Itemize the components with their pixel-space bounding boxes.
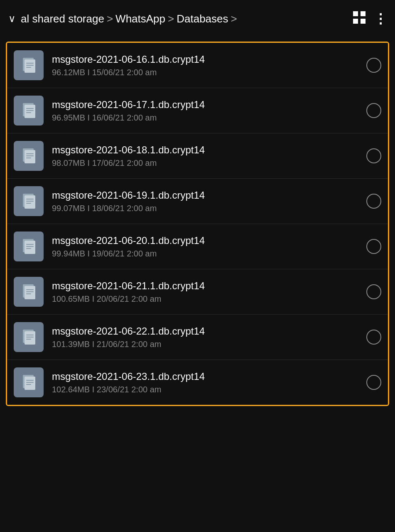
breadcrumb-part3[interactable]: Databases — [177, 12, 228, 25]
file-info: msgstore-2021-06-18.1.db.crypt14 98.07MB… — [52, 144, 361, 168]
svg-rect-20 — [25, 195, 35, 209]
file-name: msgstore-2021-06-16.1.db.crypt14 — [52, 54, 361, 65]
file-select-checkbox[interactable] — [366, 58, 381, 73]
file-select-checkbox[interactable] — [366, 284, 381, 299]
svg-rect-3 — [361, 19, 366, 24]
file-meta: 99.07MB I 18/06/21 2:00 am — [52, 204, 361, 213]
file-name: msgstore-2021-06-19.1.db.crypt14 — [52, 190, 361, 201]
file-name: msgstore-2021-06-17.1.db.crypt14 — [52, 99, 361, 111]
file-select-checkbox[interactable] — [366, 375, 381, 390]
svg-rect-5 — [25, 59, 35, 73]
svg-rect-35 — [25, 331, 35, 345]
list-item[interactable]: msgstore-2021-06-17.1.db.crypt14 96.95MB… — [7, 88, 388, 133]
file-icon-wrapper — [14, 232, 44, 261]
list-item[interactable]: msgstore-2021-06-16.1.db.crypt14 96.12MB… — [7, 43, 388, 88]
file-meta: 96.12MB I 15/06/21 2:00 am — [52, 68, 361, 77]
svg-rect-15 — [25, 150, 35, 163]
file-select-checkbox[interactable] — [366, 239, 381, 254]
file-meta: 99.94MB I 19/06/21 2:00 am — [52, 249, 361, 259]
svg-rect-30 — [25, 286, 35, 299]
file-copy-icon — [20, 101, 37, 120]
file-meta: 102.64MB I 23/06/21 2:00 am — [52, 385, 361, 394]
file-copy-icon — [20, 328, 37, 346]
file-name: msgstore-2021-06-22.1.db.crypt14 — [52, 325, 361, 337]
breadcrumb-sep2: > — [168, 12, 174, 25]
breadcrumb-sep1: > — [107, 12, 113, 25]
file-icon-wrapper — [14, 367, 44, 397]
list-item[interactable]: msgstore-2021-06-20.1.db.crypt14 99.94MB… — [7, 224, 388, 269]
file-meta: 100.65MB I 20/06/21 2:00 am — [52, 294, 361, 304]
list-item[interactable]: msgstore-2021-06-19.1.db.crypt14 99.07MB… — [7, 179, 388, 224]
svg-rect-25 — [25, 241, 35, 254]
file-icon-wrapper — [14, 322, 44, 352]
file-icon-wrapper — [14, 141, 44, 171]
file-info: msgstore-2021-06-20.1.db.crypt14 99.94MB… — [52, 235, 361, 259]
breadcrumb-sep3: > — [231, 12, 237, 25]
file-info: msgstore-2021-06-19.1.db.crypt14 99.07MB… — [52, 190, 361, 213]
file-name: msgstore-2021-06-21.1.db.crypt14 — [52, 280, 361, 292]
svg-rect-2 — [353, 19, 358, 24]
file-copy-icon — [20, 283, 37, 301]
file-icon-wrapper — [14, 186, 44, 216]
list-item[interactable]: msgstore-2021-06-22.1.db.crypt14 101.39M… — [7, 315, 388, 360]
file-icon-wrapper — [14, 277, 44, 307]
file-name: msgstore-2021-06-23.1.db.crypt14 — [52, 371, 361, 382]
file-copy-icon — [20, 147, 37, 165]
list-item[interactable]: msgstore-2021-06-21.1.db.crypt14 100.65M… — [7, 269, 388, 315]
file-icon-wrapper — [14, 96, 44, 126]
svg-rect-10 — [25, 105, 35, 118]
file-info: msgstore-2021-06-17.1.db.crypt14 96.95MB… — [52, 99, 361, 123]
list-item[interactable]: msgstore-2021-06-18.1.db.crypt14 98.07MB… — [7, 133, 388, 179]
breadcrumb-part1[interactable]: al shared storage — [21, 12, 104, 25]
file-name: msgstore-2021-06-18.1.db.crypt14 — [52, 144, 361, 156]
svg-rect-1 — [361, 11, 366, 16]
file-select-checkbox[interactable] — [366, 330, 381, 345]
file-select-checkbox[interactable] — [366, 194, 381, 209]
header-actions: ⋮ — [353, 11, 387, 27]
chevron-down-icon[interactable]: ∨ — [8, 13, 16, 25]
file-info: msgstore-2021-06-16.1.db.crypt14 96.12MB… — [52, 54, 361, 77]
file-copy-icon — [20, 237, 37, 256]
file-copy-icon — [20, 192, 37, 210]
file-copy-icon — [20, 56, 37, 74]
file-select-checkbox[interactable] — [366, 148, 381, 163]
file-copy-icon — [20, 373, 37, 392]
file-icon-wrapper — [14, 50, 44, 80]
file-info: msgstore-2021-06-21.1.db.crypt14 100.65M… — [52, 280, 361, 304]
breadcrumb: al shared storage > WhatsApp > Databases… — [21, 12, 353, 25]
file-name: msgstore-2021-06-20.1.db.crypt14 — [52, 235, 361, 246]
file-meta: 96.95MB I 16/06/21 2:00 am — [52, 113, 361, 123]
file-info: msgstore-2021-06-22.1.db.crypt14 101.39M… — [52, 325, 361, 349]
file-select-checkbox[interactable] — [366, 103, 381, 118]
file-list: msgstore-2021-06-16.1.db.crypt14 96.12MB… — [6, 42, 389, 406]
more-options-icon[interactable]: ⋮ — [374, 11, 387, 27]
list-item[interactable]: msgstore-2021-06-23.1.db.crypt14 102.64M… — [7, 360, 388, 405]
breadcrumb-part2[interactable]: WhatsApp — [115, 12, 165, 25]
file-meta: 101.39MB I 21/06/21 2:00 am — [52, 340, 361, 349]
header: ∨ al shared storage > WhatsApp > Databas… — [0, 0, 395, 37]
svg-rect-40 — [25, 377, 35, 390]
file-meta: 98.07MB I 17/06/21 2:00 am — [52, 158, 361, 168]
svg-rect-0 — [353, 11, 358, 16]
file-info: msgstore-2021-06-23.1.db.crypt14 102.64M… — [52, 371, 361, 394]
grid-view-icon[interactable] — [353, 11, 366, 27]
